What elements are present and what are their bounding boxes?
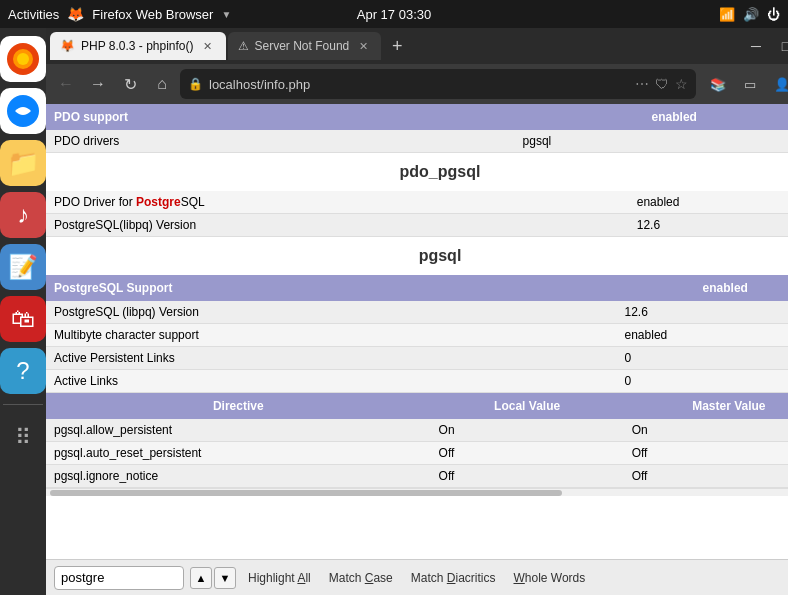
find-prev-button[interactable]: ▲ <box>190 567 212 589</box>
pgsql-multibyte-value: enabled <box>617 324 788 347</box>
pgsql-persistent-row: Active Persistent Links 0 <box>46 347 788 370</box>
system-tray: 📶 🔊 ⏻ <box>719 7 780 22</box>
power-icon: ⏻ <box>767 7 780 22</box>
auto-reset-local: Off <box>431 442 624 465</box>
new-tab-button[interactable]: + <box>383 32 411 60</box>
more-options-icon[interactable]: ⋯ <box>635 76 649 92</box>
tab-phpinfo-title: PHP 8.0.3 - phpinfo() <box>81 39 194 53</box>
library-icon[interactable]: 📚 <box>704 70 732 98</box>
tab-phpinfo-favicon: 🦊 <box>60 39 75 53</box>
sidebar-toggle-icon[interactable]: ▭ <box>736 70 764 98</box>
match-case-option[interactable]: Match Case <box>323 569 399 587</box>
postgres-highlight: Postgre <box>136 195 181 209</box>
match-diacritics-option[interactable]: Match Diacritics <box>405 569 502 587</box>
whole-words-option[interactable]: Whole Words <box>507 569 591 587</box>
pgsql-directives-table: Directive Local Value Master Value pgsql… <box>46 393 788 488</box>
sidebar-icon-firefox[interactable] <box>0 36 46 82</box>
pdo-drivers-key: PDO drivers <box>46 130 515 153</box>
tab-phpinfo[interactable]: 🦊 PHP 8.0.3 - phpinfo() ✕ <box>50 32 226 60</box>
pgsql-persistent-value: 0 <box>617 347 788 370</box>
bookmark-shield-icon[interactable]: 🛡 <box>655 76 669 92</box>
dropdown-icon[interactable]: ▼ <box>221 9 231 20</box>
pdo-drivers-value: pgsql <box>515 130 788 153</box>
directive-header-row: Directive Local Value Master Value <box>46 393 788 419</box>
sidebar-separator <box>3 404 43 405</box>
pdo-support-header: PDO support enabled <box>46 104 788 130</box>
pgsql-support-label: PostgreSQL Support <box>46 275 617 301</box>
web-content: PDO support enabled PDO drivers pgsql pd… <box>46 104 788 559</box>
nav-right: 📚 ▭ 👤 ≡ <box>704 70 788 98</box>
main-layout: 📁 ♪ 📝 🛍 ? ⠿ 🦊 PHP 8.0.3 - <box>0 28 788 595</box>
highlight-all-option[interactable]: Highlight All <box>242 569 317 587</box>
directive-col: Directive <box>46 393 431 419</box>
maximize-button[interactable]: □ <box>772 32 788 60</box>
address-bar[interactable]: 🔒 localhost/info.php ⋯ 🛡 ☆ <box>180 69 696 99</box>
highlight-underline: A <box>297 571 305 585</box>
sidebar-icon-help[interactable]: ? <box>0 348 46 394</box>
pgsql-links-value: 0 <box>617 370 788 393</box>
pgsql-libpq-value1: 12.6 <box>629 214 788 237</box>
ignore-notice-master: Off <box>624 465 788 488</box>
sidebar-icon-software[interactable]: 🛍 <box>0 296 46 342</box>
pdo-support-value: enabled <box>515 104 788 130</box>
security-icon: 🔒 <box>188 77 203 91</box>
tab-notfound-favicon: ⚠ <box>238 39 249 53</box>
pgsql-version-row: PostgreSQL (libpq) Version 12.6 <box>46 301 788 324</box>
sidebar-icon-grid[interactable]: ⠿ <box>0 415 46 461</box>
find-input[interactable] <box>54 566 184 590</box>
whole-underline: W <box>513 571 524 585</box>
tab-notfound-title: Server Not Found <box>255 39 350 53</box>
pdo-drivers-row: PDO drivers pgsql <box>46 130 788 153</box>
activities-label[interactable]: Activities <box>8 7 59 22</box>
firefox-icon: 🦊 <box>67 6 84 22</box>
pdo-support-label: PDO support <box>46 104 515 130</box>
local-value-col: Local Value <box>431 393 624 419</box>
master-value-col: Master Value <box>624 393 788 419</box>
allow-persistent-local: On <box>431 419 624 442</box>
ignore-notice-row: pgsql.ignore_notice Off Off <box>46 465 788 488</box>
case-underline: C <box>365 571 374 585</box>
url-display: localhost/info.php <box>209 77 629 92</box>
find-bar: ▲ ▼ Highlight All Match Case Match Diacr… <box>46 559 788 595</box>
allow-persistent-key: pgsql.allow_persistent <box>46 419 431 442</box>
tab-notfound[interactable]: ⚠ Server Not Found ✕ <box>228 32 382 60</box>
pgsql-version-key: PostgreSQL (libpq) Version <box>46 301 617 324</box>
pgsql-multibyte-key: Multibyte character support <box>46 324 617 347</box>
svg-point-2 <box>17 53 29 65</box>
pgsql-version-value: 12.6 <box>617 301 788 324</box>
auto-reset-row: pgsql.auto_reset_persistent Off Off <box>46 442 788 465</box>
sidebar: 📁 ♪ 📝 🛍 ? ⠿ <box>0 28 46 595</box>
forward-button[interactable]: → <box>84 70 112 98</box>
browser-area: 🦊 PHP 8.0.3 - phpinfo() ✕ ⚠ Server Not F… <box>46 28 788 595</box>
tab-phpinfo-close[interactable]: ✕ <box>200 38 216 54</box>
pgsql-persistent-key: Active Persistent Links <box>46 347 617 370</box>
back-button[interactable]: ← <box>52 70 80 98</box>
sidebar-icon-writer[interactable]: 📝 <box>0 244 46 290</box>
scroll-thumb[interactable] <box>50 490 562 496</box>
nav-bar: ← → ↻ ⌂ 🔒 localhost/info.php ⋯ 🛡 ☆ 📚 ▭ 👤… <box>46 64 788 104</box>
find-nav: ▲ ▼ <box>190 567 236 589</box>
pdo-driver-postgres-value: enabled <box>629 191 788 214</box>
sidebar-icon-files[interactable]: 📁 <box>0 140 46 186</box>
phpinfo-table: PDO support enabled PDO drivers pgsql <box>46 104 788 153</box>
star-icon[interactable]: ☆ <box>675 76 688 92</box>
pdo-pgsql-title: pdo_pgsql <box>46 153 788 191</box>
ignore-notice-local: Off <box>431 465 624 488</box>
reload-button[interactable]: ↻ <box>116 70 144 98</box>
minimize-button[interactable]: ─ <box>742 32 770 60</box>
sidebar-icon-thunderbird[interactable] <box>0 88 46 134</box>
find-next-button[interactable]: ▼ <box>214 567 236 589</box>
pgsql-multibyte-row: Multibyte character support enabled <box>46 324 788 347</box>
auto-reset-key: pgsql.auto_reset_persistent <box>46 442 431 465</box>
pgsql-links-key: Active Links <box>46 370 617 393</box>
pgsql-support-header: PostgreSQL Support enabled <box>46 275 788 301</box>
sidebar-icon-rhythmbox[interactable]: ♪ <box>0 192 46 238</box>
pgsql-libpq-row1: PostgreSQL(libpq) Version 12.6 <box>46 214 788 237</box>
home-button[interactable]: ⌂ <box>148 70 176 98</box>
diacritics-underline: D <box>447 571 456 585</box>
pgsql-title: pgsql <box>46 237 788 275</box>
account-icon[interactable]: 👤 <box>768 70 788 98</box>
tab-notfound-close[interactable]: ✕ <box>355 38 371 54</box>
pdo-driver-postgres-key: PDO Driver for PostgreSQL <box>46 191 629 214</box>
pdo-driver-postgres-row: PDO Driver for PostgreSQL enabled <box>46 191 788 214</box>
